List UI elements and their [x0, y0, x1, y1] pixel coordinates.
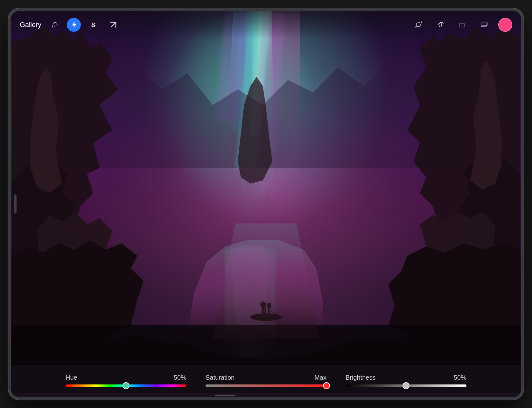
lightning-icon — [70, 21, 77, 28]
bottom-panel: Hue 50% Saturation Max — [11, 365, 521, 397]
brightness-label: Brightness — [346, 374, 376, 381]
arrow-icon — [110, 21, 117, 28]
bottom-scrollbar[interactable] — [11, 393, 521, 397]
sliders-area: Hue 50% Saturation Max — [11, 365, 521, 393]
saturation-slider-header: Saturation Max — [206, 374, 326, 381]
toolbar-left: Gallery S — [20, 18, 120, 32]
scrollbar-thumb — [215, 395, 235, 396]
eraser-icon — [458, 21, 466, 29]
saturation-thumb[interactable] — [323, 382, 330, 389]
wrench-icon — [50, 21, 58, 29]
toolbar-right — [412, 18, 512, 32]
color-swatch[interactable] — [498, 18, 512, 32]
saturation-track[interactable] — [206, 384, 326, 387]
hue-slider-header: Hue 50% — [66, 374, 186, 381]
saturation-value: Max — [314, 374, 326, 381]
gallery-button[interactable]: Gallery — [20, 21, 41, 29]
saturation-slider-group: Saturation Max — [206, 374, 326, 387]
brightness-slider-group: Brightness 50% — [346, 374, 466, 387]
smudge-icon — [436, 21, 444, 29]
hue-slider-group: Hue 50% — [66, 374, 186, 387]
layers-button[interactable] — [477, 18, 491, 32]
layers-icon — [480, 21, 488, 29]
strikethrough-icon: S — [91, 21, 95, 29]
smudge-button[interactable] — [433, 18, 447, 32]
left-edge-handle[interactable] — [14, 194, 17, 214]
toolbar: Gallery S — [11, 11, 521, 39]
brightness-thumb[interactable] — [402, 382, 410, 389]
transform-button[interactable]: S — [87, 18, 101, 32]
saturation-label: Saturation — [206, 374, 234, 381]
brightness-track[interactable] — [346, 384, 466, 387]
actions-button[interactable] — [67, 18, 81, 32]
hue-value: 50% — [174, 374, 186, 381]
brightness-slider-header: Brightness 50% — [346, 374, 466, 381]
wrench-button[interactable] — [47, 18, 61, 32]
artwork — [11, 11, 521, 397]
canvas-area[interactable] — [11, 11, 521, 397]
selection-button[interactable] — [106, 18, 120, 32]
hue-track[interactable] — [66, 384, 186, 387]
hue-thumb[interactable] — [122, 382, 130, 389]
eraser-button[interactable] — [455, 18, 469, 32]
brush-icon — [415, 21, 423, 29]
device-frame: Gallery S — [8, 8, 524, 400]
hue-label: Hue — [66, 374, 77, 381]
brush-button[interactable] — [412, 18, 426, 32]
brightness-value: 50% — [454, 374, 466, 381]
